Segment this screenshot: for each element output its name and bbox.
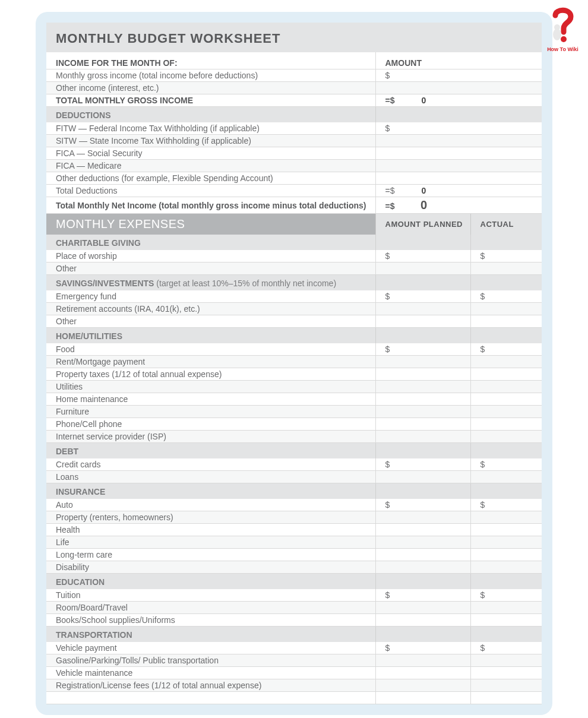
- expense-row-actual[interactable]: [470, 602, 542, 614]
- expense-row-actual[interactable]: [470, 356, 542, 368]
- expense-row: Internet service provider (ISP): [46, 431, 542, 443]
- expense-row-planned[interactable]: [375, 667, 470, 679]
- expense-row-planned[interactable]: [375, 511, 470, 524]
- expense-row-planned[interactable]: [375, 471, 470, 483]
- deduction-row: Other deductions (for example, Flexible …: [46, 172, 542, 185]
- expense-row-planned[interactable]: [375, 381, 470, 393]
- expense-row-actual[interactable]: $: [470, 343, 542, 356]
- expense-row-actual[interactable]: $: [470, 290, 542, 303]
- expense-section-header: DEBT: [46, 443, 542, 459]
- expense-row-label: Room/Board/Travel: [46, 602, 375, 614]
- expense-row-label: Disability: [46, 561, 375, 574]
- expense-row-actual[interactable]: $: [470, 642, 542, 654]
- worksheet: MONTHLY BUDGET WORKSHEET INCOME FOR THE …: [46, 23, 542, 704]
- deduction-row-amount[interactable]: [375, 135, 542, 147]
- expense-row-actual[interactable]: [470, 262, 542, 275]
- expense-row-actual[interactable]: $: [470, 250, 542, 262]
- expense-row-actual[interactable]: [470, 315, 542, 328]
- expense-row-planned[interactable]: $: [375, 642, 470, 654]
- income-row-amount[interactable]: [375, 82, 542, 94]
- expense-row-planned[interactable]: [375, 315, 470, 328]
- expense-row-planned[interactable]: [375, 303, 470, 315]
- expense-row-label: Internet service provider (ISP): [46, 431, 375, 443]
- expense-section-title: CHARITABLE GIVING: [46, 235, 375, 250]
- expense-row-actual[interactable]: [470, 418, 542, 431]
- expense-row-planned[interactable]: $: [375, 290, 470, 303]
- total-deductions-row: Total Deductions =$0: [46, 185, 542, 197]
- expense-row-planned[interactable]: [375, 524, 470, 536]
- expense-row-planned[interactable]: [375, 356, 470, 368]
- expense-row-actual[interactable]: $: [470, 499, 542, 511]
- expense-section-header: CHARITABLE GIVING: [46, 235, 542, 250]
- deduction-row-amount[interactable]: [375, 172, 542, 185]
- expense-row-label: Home maintenance: [46, 393, 375, 406]
- expenses-header-row: MONTHLY EXPENSES AMOUNT PLANNED ACTUAL: [46, 214, 542, 235]
- expense-section-title: DEBT: [46, 443, 375, 459]
- expense-row: Long-term care: [46, 549, 542, 561]
- expense-row-actual[interactable]: [470, 679, 542, 692]
- deduction-row-amount[interactable]: [375, 160, 542, 172]
- expense-row-label: Property (renters, homeowners): [46, 511, 375, 524]
- logo-text: How To Wiki: [543, 46, 582, 52]
- expense-row-planned[interactable]: [375, 406, 470, 418]
- expense-row: Home maintenance: [46, 393, 542, 406]
- expense-row-actual[interactable]: [470, 381, 542, 393]
- expense-row-actual[interactable]: $: [470, 458, 542, 471]
- income-row-amount[interactable]: $: [375, 69, 542, 82]
- expense-row-actual[interactable]: [470, 614, 542, 627]
- expense-row-actual[interactable]: [470, 667, 542, 679]
- expense-row-actual[interactable]: [470, 511, 542, 524]
- expense-row-label: Health: [46, 524, 375, 536]
- deduction-row-label: FITW — Federal Income Tax Withholding (i…: [46, 122, 375, 135]
- expense-row-actual[interactable]: [470, 406, 542, 418]
- expense-row-planned[interactable]: [375, 418, 470, 431]
- total-gross-income-row: TOTAL MONTHLY GROSS INCOME =$0: [46, 94, 542, 107]
- expense-row-actual[interactable]: [470, 368, 542, 381]
- expense-row-actual[interactable]: [470, 471, 542, 483]
- svg-point-0: [561, 36, 567, 42]
- expense-section-header: TRANSPORTATION: [46, 627, 542, 643]
- expense-row-planned[interactable]: [375, 614, 470, 627]
- expense-row-actual[interactable]: [470, 524, 542, 536]
- expense-row-actual[interactable]: [470, 431, 542, 443]
- expense-row-planned[interactable]: [375, 549, 470, 561]
- expense-row-actual[interactable]: [470, 561, 542, 574]
- expense-row-actual[interactable]: [470, 393, 542, 406]
- expense-row-planned[interactable]: [375, 393, 470, 406]
- expense-row-actual[interactable]: [470, 549, 542, 561]
- deduction-row-label: FICA — Medicare: [46, 160, 375, 172]
- deduction-row-label: FICA — Social Security: [46, 147, 375, 160]
- expense-row-planned[interactable]: $: [375, 343, 470, 356]
- expense-row: Furniture: [46, 406, 542, 418]
- expense-row-planned[interactable]: $: [375, 589, 470, 602]
- expense-row-actual[interactable]: $: [470, 589, 542, 602]
- deduction-row-amount[interactable]: [375, 147, 542, 160]
- total-gross-amount: =$0: [375, 94, 542, 107]
- expense-row-planned[interactable]: [375, 561, 470, 574]
- expense-row: Retirement accounts (IRA, 401(k), etc.): [46, 303, 542, 315]
- expense-row-actual[interactable]: [470, 654, 542, 667]
- expense-row-planned[interactable]: [375, 368, 470, 381]
- expense-row: Registration/License fees (1/12 of total…: [46, 679, 542, 692]
- expense-row-planned[interactable]: [375, 262, 470, 275]
- expense-row: Loans: [46, 471, 542, 483]
- expense-row-planned[interactable]: $: [375, 458, 470, 471]
- income-row: Other income (interest, etc.): [46, 82, 542, 94]
- expense-row: Room/Board/Travel: [46, 602, 542, 614]
- expense-row-planned[interactable]: $: [375, 499, 470, 511]
- expense-row-planned[interactable]: $: [375, 250, 470, 262]
- expense-row: Phone/Cell phone: [46, 418, 542, 431]
- expense-row-planned[interactable]: [375, 431, 470, 443]
- expense-row-planned[interactable]: [375, 654, 470, 667]
- col-planned: AMOUNT PLANNED: [375, 214, 470, 235]
- expense-row-label: Tuition: [46, 589, 375, 602]
- expense-row-actual[interactable]: [470, 536, 542, 549]
- expense-row: Tuition$$: [46, 589, 542, 602]
- expense-row-planned[interactable]: [375, 679, 470, 692]
- expense-row: Utilities: [46, 381, 542, 393]
- expense-row-label: Utilities: [46, 381, 375, 393]
- expense-row-planned[interactable]: [375, 536, 470, 549]
- expense-row-actual[interactable]: [470, 303, 542, 315]
- deduction-row-amount[interactable]: $: [375, 122, 542, 135]
- expense-row-planned[interactable]: [375, 602, 470, 614]
